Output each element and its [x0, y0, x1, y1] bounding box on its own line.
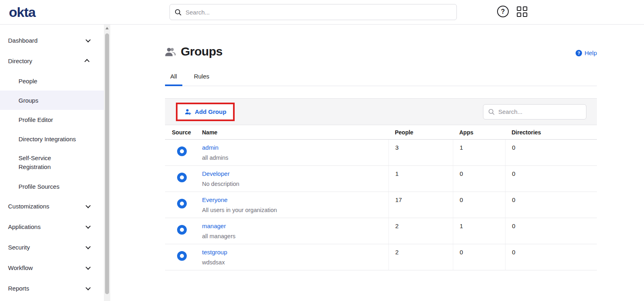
apps-count: 0: [453, 166, 505, 192]
help-badge-icon: ?: [576, 50, 582, 56]
group-link[interactable]: Everyone: [202, 196, 227, 203]
chevron-down-icon: [86, 37, 91, 43]
directories-count: 0: [505, 244, 597, 270]
sidebar-scrollbar[interactable]: [104, 25, 110, 301]
main-content: Groups ? Help All Rules Add Group: [110, 25, 644, 301]
groups-icon: [165, 46, 176, 57]
sidebar-item-dashboard[interactable]: Dashboard: [0, 30, 104, 51]
column-header-people: People: [388, 129, 453, 136]
people-count: 1: [388, 166, 453, 192]
sidebar-item-reports[interactable]: Reports: [0, 278, 104, 299]
sidebar-item-people[interactable]: People: [0, 71, 104, 91]
table-toolbar: Add Group: [165, 98, 597, 125]
tab-all[interactable]: All: [165, 73, 182, 86]
global-search[interactable]: [169, 4, 457, 20]
table-search[interactable]: [483, 104, 586, 120]
okta-source-icon: [177, 225, 187, 235]
sidebar-item-workflow[interactable]: Workflow: [0, 258, 104, 278]
chevron-down-icon: [86, 203, 91, 208]
help-icon[interactable]: ?: [497, 6, 509, 17]
column-header-name: Name: [200, 129, 388, 136]
column-header-apps: Apps: [453, 129, 505, 136]
table-header: Source Name People Apps Directories: [165, 125, 597, 140]
table-search-input[interactable]: [498, 108, 581, 115]
sidebar-item-profile-sources[interactable]: Profile Sources: [0, 177, 104, 196]
directories-count: 0: [505, 218, 597, 244]
directories-count: 0: [505, 166, 597, 192]
table-row: testgroup wdsdsax 2 0 0: [165, 244, 597, 270]
column-header-source: Source: [165, 129, 200, 136]
apps-grid-icon[interactable]: [517, 6, 527, 17]
sidebar: Dashboard Directory People Groups Profil…: [0, 25, 104, 301]
sidebar-item-customizations[interactable]: Customizations: [0, 196, 104, 216]
chevron-down-icon: [86, 265, 91, 270]
group-link[interactable]: Developer: [202, 170, 229, 177]
tab-rules[interactable]: Rules: [189, 73, 215, 86]
table-row: admin all admins 3 1 0: [165, 140, 597, 166]
annotation-highlight-box: Add Group: [176, 103, 235, 121]
page-title: Groups: [165, 45, 597, 58]
people-count: 17: [388, 192, 453, 218]
okta-source-icon: [177, 251, 187, 261]
scrollbar-thumb[interactable]: [105, 33, 109, 294]
group-description: All users in your organization: [202, 207, 388, 213]
search-icon: [488, 109, 495, 115]
sidebar-item-groups[interactable]: Groups: [0, 91, 104, 110]
sidebar-item-profile-editor[interactable]: Profile Editor: [0, 110, 104, 129]
group-link[interactable]: testgroup: [202, 249, 227, 256]
okta-source-icon: [177, 146, 187, 156]
directories-count: 0: [505, 140, 597, 165]
directories-count: 0: [505, 192, 597, 218]
tabs: All Rules: [165, 73, 597, 86]
add-group-button[interactable]: Add Group: [178, 105, 233, 119]
sidebar-item-applications[interactable]: Applications: [0, 216, 104, 237]
table-row: Everyone All users in your organization …: [165, 192, 597, 218]
group-description: all managers: [202, 233, 388, 239]
people-count: 2: [388, 244, 453, 270]
table-row: Developer No description 1 0 0: [165, 166, 597, 192]
group-description: wdsdsax: [202, 259, 388, 266]
people-count: 3: [388, 140, 453, 165]
apps-count: 0: [453, 192, 505, 218]
group-link[interactable]: manager: [202, 223, 226, 229]
help-link[interactable]: ? Help: [576, 49, 597, 56]
okta-source-icon: [177, 173, 187, 182]
sidebar-item-directory-integrations[interactable]: Directory Integrations: [0, 129, 104, 148]
group-description: No description: [202, 181, 388, 187]
okta-source-icon: [177, 199, 187, 208]
group-link[interactable]: admin: [202, 144, 219, 151]
apps-count: 1: [453, 218, 505, 244]
apps-count: 1: [453, 140, 505, 165]
global-search-input[interactable]: [186, 9, 452, 16]
search-icon: [175, 9, 182, 16]
people-count: 2: [388, 218, 453, 244]
apps-count: 0: [453, 244, 505, 270]
scrollbar-up-arrow[interactable]: [104, 25, 110, 32]
sidebar-item-self-service-registration[interactable]: Self-Service Registration: [0, 148, 104, 177]
sidebar-item-security[interactable]: Security: [0, 237, 104, 258]
group-description: all admins: [202, 155, 388, 161]
table-row: manager all managers 2 1 0: [165, 218, 597, 244]
add-person-icon: [184, 108, 192, 115]
top-bar: okta ?: [0, 0, 644, 25]
chevron-down-icon: [86, 224, 91, 229]
chevron-down-icon: [86, 285, 91, 291]
chevron-down-icon: [86, 244, 91, 249]
column-header-directories: Directories: [505, 129, 597, 136]
okta-logo[interactable]: okta: [9, 4, 35, 20]
sidebar-item-directory[interactable]: Directory: [0, 51, 104, 71]
chevron-up-icon: [85, 59, 90, 64]
